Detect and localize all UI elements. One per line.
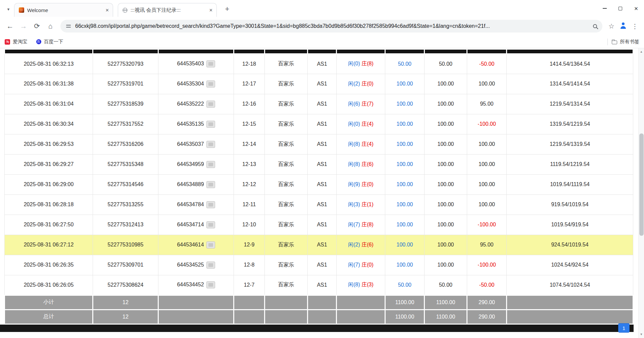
- tab-welcome[interactable]: Welcome ✕: [14, 3, 113, 17]
- video-replay-icon[interactable]: [206, 262, 215, 269]
- vertical-scrollbar[interactable]: ▲ ▼: [638, 48, 644, 338]
- bet-amount-link[interactable]: 100.00: [385, 114, 425, 134]
- valid-amount: 100.00: [425, 114, 467, 134]
- game-type: 百家乐: [265, 114, 308, 134]
- video-replay-icon[interactable]: [206, 181, 215, 188]
- balance: 919.54/1019.54: [507, 194, 633, 215]
- minimize-button[interactable]: [597, 0, 612, 17]
- game-type: 百家乐: [265, 215, 308, 235]
- video-replay-icon[interactable]: [206, 141, 215, 148]
- home-button[interactable]: ⌂: [44, 19, 57, 33]
- table-row[interactable]: 2025-08-31 06:28:18 522775313255 6445347…: [5, 194, 633, 215]
- player-result: 闲(8): [348, 282, 360, 287]
- balance: 1019.54/1119.54: [507, 174, 633, 194]
- scrollbar-thumb[interactable]: [639, 133, 644, 236]
- bet-amount-link[interactable]: 100.00: [385, 134, 425, 154]
- round-id-cell: 644534784: [158, 194, 234, 215]
- game-type: 百家乐: [265, 74, 308, 94]
- table-row[interactable]: 2025-08-31 06:31:04 522775318539 6445352…: [5, 94, 633, 114]
- all-bookmarks-button[interactable]: 所有书签: [612, 39, 639, 45]
- video-replay-icon[interactable]: [206, 221, 215, 228]
- bet-amount-link[interactable]: 100.00: [385, 194, 425, 215]
- bet-amount-link[interactable]: 100.00: [385, 94, 425, 114]
- bet-id: 522775310985: [93, 235, 158, 255]
- table-name: AS1: [308, 74, 337, 94]
- bet-amount-link[interactable]: 100.00: [385, 154, 425, 174]
- maximize-button[interactable]: [612, 0, 628, 17]
- video-replay-icon[interactable]: [206, 161, 215, 168]
- video-replay-icon[interactable]: [206, 201, 215, 208]
- refresh-button[interactable]: ⟳: [30, 19, 44, 33]
- address-bar[interactable]: 66cxkj98.com/ipl/portal.php/game/betreco…: [60, 20, 602, 33]
- close-window-button[interactable]: ✕: [628, 0, 644, 17]
- game-result: 闲(7) 庄(8): [337, 215, 385, 235]
- scroll-down-icon[interactable]: ▼: [639, 332, 644, 337]
- forward-button[interactable]: →: [17, 19, 30, 33]
- site-info-icon[interactable]: [66, 23, 71, 29]
- bet-amount-link[interactable]: 100.00: [385, 235, 425, 255]
- bet-amount-link[interactable]: 100.00: [385, 215, 425, 235]
- table-row[interactable]: 2025-08-31 06:27:12 522775310985 6445346…: [5, 235, 633, 255]
- bet-amount-link[interactable]: 100.00: [385, 74, 425, 94]
- browser-menu-icon[interactable]: ⋮: [629, 22, 641, 31]
- subtotal-count: 12: [93, 295, 158, 309]
- game-type: 百家乐: [265, 235, 308, 255]
- table-row[interactable]: 2025-08-31 06:29:53 522775316206 6445350…: [5, 134, 633, 154]
- tab-close-icon[interactable]: ✕: [103, 6, 111, 14]
- table-row[interactable]: 2025-08-31 06:30:34 522775317552 6445351…: [5, 114, 633, 134]
- game-type: 百家乐: [265, 255, 308, 275]
- bet-time: 2025-08-31 06:31:04: [5, 94, 93, 114]
- page-1-button[interactable]: 1: [618, 323, 630, 333]
- video-replay-icon[interactable]: [206, 60, 215, 67]
- table-row[interactable]: 2025-08-31 06:29:00 522775314546 6445348…: [5, 174, 633, 194]
- back-button[interactable]: ←: [3, 19, 17, 33]
- bet-amount-link[interactable]: 50.00: [385, 54, 425, 74]
- scroll-up-icon[interactable]: ▲: [639, 49, 644, 55]
- globe-favicon-icon: [122, 8, 128, 13]
- bet-id: 522775320793: [93, 54, 158, 74]
- new-tab-button[interactable]: +: [221, 3, 233, 15]
- total-row: 总计 12 1100.00 1100.00 290.00: [5, 309, 633, 324]
- tab-bet-records[interactable]: :::视讯 会员下注纪录::: ✕: [118, 3, 217, 17]
- url-text[interactable]: 66cxkj98.com/ipl/portal.php/game/betreco…: [75, 23, 589, 29]
- player-result: 闲(8): [348, 141, 360, 147]
- video-replay-icon[interactable]: [206, 101, 215, 108]
- table-row[interactable]: 2025-08-31 06:32:13 522775320793 6445354…: [5, 54, 633, 74]
- bet-amount-link[interactable]: 50.00: [385, 275, 425, 295]
- bet-amount-link[interactable]: 100.00: [385, 174, 425, 194]
- table-row[interactable]: 2025-08-31 06:26:35 522775309701 6445345…: [5, 255, 633, 275]
- bet-time: 2025-08-31 06:28:18: [5, 194, 93, 215]
- banker-result: 庄(4): [361, 141, 374, 147]
- bet-id: 522775317552: [93, 114, 158, 134]
- zoom-icon[interactable]: [593, 24, 597, 28]
- bet-time: 2025-08-31 06:26:05: [5, 275, 93, 295]
- tab-title: :::视讯 会员下注纪录:::: [131, 7, 204, 13]
- bookmark-label: 爱淘宝: [13, 39, 28, 45]
- table-row[interactable]: 2025-08-31 06:29:27 522775315348 6445349…: [5, 154, 633, 174]
- video-replay-icon[interactable]: [206, 121, 215, 128]
- bet-amount-link[interactable]: 100.00: [385, 255, 425, 275]
- bookmark-aitaobao[interactable]: 淘 爱淘宝: [5, 39, 28, 45]
- video-replay-icon[interactable]: [206, 80, 215, 88]
- round-id: 644534714: [177, 221, 204, 227]
- table-name: AS1: [308, 255, 337, 275]
- bookmark-baidu[interactable]: 百 百度一下: [36, 39, 63, 45]
- video-replay-icon[interactable]: [206, 241, 215, 248]
- win-loss: -100.00: [467, 255, 507, 275]
- table-row[interactable]: 2025-08-31 06:31:38 522775319701 6445353…: [5, 74, 633, 94]
- table-row[interactable]: 2025-08-31 06:26:05 522775308624 6445344…: [5, 275, 633, 295]
- bet-id: 522775313255: [93, 194, 158, 215]
- profile-button[interactable]: [617, 20, 629, 32]
- table-round: 12-16: [234, 94, 265, 114]
- bet-table-body: 2025-08-31 06:32:13 522775320793 6445354…: [5, 54, 633, 295]
- player-result: 闲(8): [348, 161, 360, 167]
- bookmark-star-icon[interactable]: ☆: [606, 22, 617, 31]
- table-row[interactable]: 2025-08-31 06:27:50 522775312413 6445347…: [5, 215, 633, 235]
- round-id-cell: 644535304: [158, 74, 234, 94]
- video-replay-icon[interactable]: [206, 281, 215, 288]
- bet-records-table: 2025-08-31 06:32:13 522775320793 6445354…: [4, 50, 634, 325]
- tab-close-icon[interactable]: ✕: [207, 6, 214, 14]
- valid-amount: 50.00: [425, 275, 467, 295]
- tab-search-icon[interactable]: ▾: [3, 4, 13, 14]
- banker-result: 庄(0): [361, 262, 374, 268]
